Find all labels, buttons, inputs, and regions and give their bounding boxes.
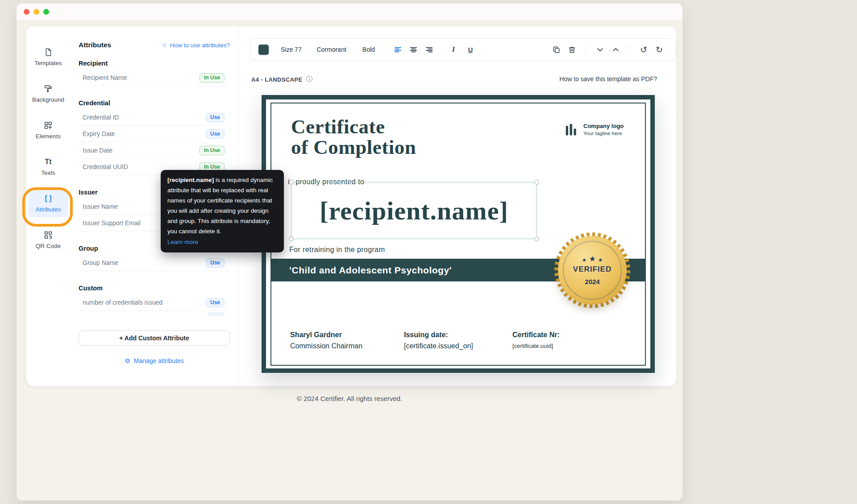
attributes-panel-title: Attributes [79,41,111,49]
italic-button[interactable]: I [449,45,458,54]
attribute-row-recipient-name[interactable]: Recipient Name In Use [79,70,230,86]
logo-name: Company logo [583,123,624,129]
issuing-date-value: [certificate.issued_on] [404,340,473,351]
minimize-window-button[interactable] [33,9,39,15]
zoom-window-button[interactable] [43,9,49,15]
certificate-title[interactable]: Certificate of Completion [291,116,416,157]
sidebar-item-texts[interactable]: Tt Texts [28,153,68,181]
in-use-badge[interactable]: In Use [200,73,225,83]
attribute-label: Issuer Support Email [83,219,141,227]
format-text: A4 - LANDSCAPE [251,76,303,83]
app-window: Templates Background Elements Tt Texts [… [17,4,682,500]
add-custom-attribute-button[interactable]: + Add Custom Attribute [79,330,230,346]
document-icon [43,47,53,57]
align-left-icon[interactable] [394,45,403,54]
logo-tagline: Your tagline here [583,131,624,136]
window-titlebar [17,4,682,21]
sidebar-item-label: Templates [34,60,62,66]
issuing-date-label: Issuing date: [404,329,473,340]
info-icon[interactable]: ⓘ [306,75,312,83]
section-heading-recipient: Recipient [79,60,230,67]
sidebar-item-attributes[interactable]: [ ] Attributes [28,189,68,217]
seal-year: 2024 [585,278,599,285]
how-to-use-attributes-link[interactable]: ☆ How to use attributes? [162,41,230,49]
copyright-footer: © 2024 Certifier. All rights reserved. [17,395,682,402]
learn-more-link[interactable]: Learn more [167,237,277,247]
sidebar-item-label: Background [32,96,64,103]
certificate-subtitle[interactable]: For retraining in the program [289,246,385,254]
resize-handle-bottom-left[interactable] [289,236,294,241]
help-link-label: How to use attributes? [170,42,230,49]
sidebar-item-label: QR Code [36,243,61,249]
toolbar-separator [629,45,630,54]
attribute-label: Issuer Name [83,203,118,210]
attribute-label: Expiry Date [83,130,115,137]
bar-chart-logo-icon [565,123,579,137]
certificate-number-value: [certificate.uuid] [512,340,560,351]
font-weight-control[interactable]: Bold [362,46,375,53]
attribute-label: Credential ID [83,114,119,121]
section-heading-credential: Credential [79,99,230,107]
attribute-row-expiry-date[interactable]: Expiry Date Use [79,126,230,142]
tooltip-body: is a required dynamic attribute that wil… [167,177,273,235]
sidebar-item-background[interactable]: Background [28,79,68,107]
attribute-row-issue-date[interactable]: Issue Date In Use [79,142,230,159]
sidebar-item-templates[interactable]: Templates [28,43,68,71]
shapes-grid-icon [43,120,53,130]
text-icon: Tt [45,157,51,167]
page-format-label: A4 - LANDSCAPE ⓘ [251,75,312,83]
issuing-date-block[interactable]: Issuing date: [certificate.issued_on] [404,329,473,351]
recipient-name-selection[interactable]: [recipient.name] [291,182,537,239]
program-banner-text: 'Child and Adolescent Psychology' [289,265,452,276]
sidebar-item-label: Elements [36,133,61,140]
manage-attributes-label: Manage attributes [134,357,184,364]
attribute-row-number-of-credentials[interactable]: number of credentials issued Use [79,294,230,311]
align-center-icon[interactable] [409,45,418,54]
attribute-row-credential-id[interactable]: Credential ID Use [79,109,230,126]
font-family-control[interactable]: Cormorant [317,46,346,53]
undo-icon[interactable]: ↺ [639,45,648,54]
use-badge[interactable]: Use [206,129,225,139]
redo-icon[interactable]: ↻ [655,45,664,54]
align-right-icon[interactable] [425,45,434,54]
clipped-badge [208,313,225,316]
font-size-control[interactable]: Size 77 [281,46,302,53]
brackets-icon: [ ] [45,194,51,203]
attribute-row-group-name[interactable]: Group Name Use [79,255,230,271]
in-use-badge[interactable]: In Use [200,146,225,155]
trash-icon[interactable] [567,45,576,54]
save-as-pdf-help-link[interactable]: How to save this template as PDF? [559,75,657,83]
text-color-swatch[interactable] [258,44,270,56]
use-badge[interactable]: Use [206,113,225,122]
tooltip-highlight: [recipient.name] [167,177,214,183]
resize-handle-top-left[interactable] [289,180,294,185]
verified-seal[interactable]: ★ ★ ★ VERIFIED 2024 [558,236,627,305]
qr-code-icon [43,230,53,240]
sidebar-item-label: Texts [41,169,55,176]
company-logo[interactable]: Company logo Your tagline here [565,123,624,137]
manage-attributes-link[interactable]: ⚙ Manage attributes [79,357,230,364]
use-badge[interactable]: Use [206,258,225,268]
toolbar-right-group: ↺ ↻ [552,45,664,54]
signature-role: Commission Chairman [290,340,362,351]
certificate-number-block[interactable]: Certificate Nr: [certificate.uuid] [512,329,560,351]
left-icon-nav: Templates Background Elements Tt Texts [… [28,43,68,254]
recipient-name-placeholder[interactable]: [recipient.name] [320,196,508,226]
underline-button[interactable]: U [466,45,475,54]
star-icon: ☆ [162,41,167,49]
signature-block[interactable]: Sharyl Gardner Commission Chairman [290,329,362,351]
sidebar-item-elements[interactable]: Elements [28,116,68,144]
use-badge[interactable]: Use [206,298,225,307]
duplicate-icon[interactable] [552,45,561,54]
move-down-chevron-icon[interactable] [595,45,604,54]
resize-handle-top-right[interactable] [534,180,539,185]
attribute-label: Recipient Name [83,74,127,81]
attributes-panel-header: Attributes ☆ How to use attributes? [79,26,230,49]
certificate-canvas[interactable]: Certificate of Completion Company logo Y… [262,95,655,373]
resize-handle-bottom-right[interactable] [534,236,539,241]
attribute-label: Issue Date [83,147,112,154]
attribute-label: Group Name [83,259,118,266]
move-up-chevron-icon[interactable] [611,45,620,54]
sidebar-item-qr-code[interactable]: QR Code [28,226,68,254]
close-window-button[interactable] [24,9,29,15]
